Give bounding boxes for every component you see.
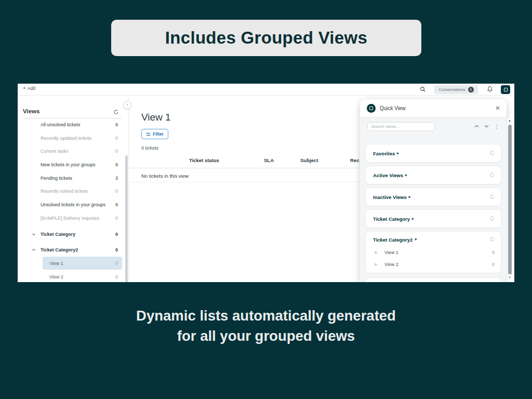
item-label: New tickets in your groups [41, 162, 96, 167]
sidebar-group-ticket-category2[interactable]: Ticket Category2 0 [18, 243, 129, 257]
column-header-subject[interactable]: Subject [300, 157, 318, 163]
item-count: 0 [115, 189, 118, 194]
sidebar-scrollbar-thumb[interactable] [125, 155, 128, 282]
subitem-count: 0 [115, 261, 118, 266]
section-inactive-views[interactable]: Inactive Views▸ [365, 188, 501, 206]
view-title: View 1 [141, 112, 171, 123]
column-header-ticket-status[interactable]: Ticket status [189, 157, 219, 163]
scrollbar-thumb[interactable] [508, 125, 512, 274]
ticket-count: 0 tickets [141, 145, 158, 151]
add-button-label: Add [28, 86, 35, 91]
sidebar-item-unsolved-groups[interactable]: Unsolved tickets in your groups9 [18, 198, 129, 211]
item-label: View 1 [384, 250, 398, 255]
sidebar-item-all-unsolved[interactable]: All unsolved tickets9 [18, 118, 129, 131]
item-count: 0 [115, 136, 118, 141]
app-screenshot: + Add Conversations 0 Views All unsolved… [18, 84, 514, 282]
partial-next-section-card [365, 277, 501, 282]
top-toolbar: + Add Conversations 0 [18, 84, 514, 96]
chevron-down-icon [32, 232, 36, 236]
notifications-bell-icon[interactable] [487, 86, 493, 92]
close-icon[interactable]: ✕ [495, 99, 500, 117]
sidebar-item-pending-tickets[interactable]: Pending tickets3 [18, 171, 129, 185]
quick-view-logo-icon [367, 104, 376, 113]
filter-sliders-icon [146, 132, 151, 137]
section-refresh-icon[interactable] [489, 194, 495, 200]
column-header-requested[interactable]: Rec [350, 157, 359, 163]
empty-view-message: No tickets in this view [141, 173, 189, 179]
section-refresh-icon[interactable] [489, 236, 495, 242]
sidebar-item-recently-updated[interactable]: Recently updated tickets0 [18, 131, 129, 145]
panel-scrollbar[interactable]: ▲ ▼ [507, 118, 513, 282]
quick-view-panel: Quick View ✕ ⋮ Favorites▸ Active Views▸ … [360, 99, 507, 282]
star-icon[interactable]: ★ [374, 262, 378, 267]
item-count: 9 [115, 162, 118, 167]
overflow-menu-kebab-icon[interactable]: ⋮ [494, 122, 499, 131]
item-count: 0 [115, 149, 118, 154]
quick-view-app-icon[interactable] [501, 85, 510, 94]
quick-view-item-view1[interactable]: ★ View 1 0 [366, 246, 501, 258]
views-panel-title: Views [23, 108, 39, 114]
star-icon[interactable]: ★ [374, 250, 378, 255]
subitem-label: View 1 [49, 261, 63, 266]
scroll-up-arrow-icon[interactable]: ▲ [508, 119, 511, 122]
subitem-count: 0 [115, 274, 118, 280]
banner-title: Includes Grouped Views [111, 20, 421, 56]
section-label: Ticket Category2 [373, 237, 413, 243]
logo-square-glyph [369, 107, 373, 110]
search-views-input[interactable] [367, 122, 435, 131]
group-count: 0 [115, 232, 118, 237]
scroll-down-arrow-icon[interactable]: ▼ [508, 276, 511, 279]
section-label: Favorites [373, 151, 395, 156]
sidebar-group-ticket-category[interactable]: Ticket Category 0 [18, 228, 129, 241]
section-label: Inactive Views [373, 194, 407, 200]
item-label: Recently updated tickets [41, 136, 91, 141]
section-refresh-icon[interactable] [489, 216, 495, 221]
item-count: 0 [492, 250, 495, 255]
sidebar-subitem-view1[interactable]: View 10 [18, 257, 129, 270]
subitem-label: View 2 [49, 274, 63, 280]
triangle-down-icon: ▾ [415, 237, 417, 242]
item-label: Pending tickets [41, 176, 72, 181]
column-header-sla[interactable]: SLA [264, 157, 274, 163]
search-icon[interactable] [420, 86, 426, 92]
views-refresh-icon[interactable] [113, 109, 119, 115]
conversations-count-badge: 0 [468, 87, 474, 92]
filter-button[interactable]: Filter [141, 129, 168, 139]
item-label: Unsolved tickets in your groups [41, 202, 105, 207]
section-label: Active Views [373, 172, 403, 178]
collapse-all-chevron-up-icon[interactable] [474, 125, 479, 128]
sidebar-item-new-tickets[interactable]: New tickets in your groups9 [18, 158, 129, 171]
caption-line-2: for all your grouped views [0, 326, 532, 346]
item-label: Recently solved tickets [41, 189, 88, 194]
conversations-label: Conversations [438, 87, 465, 92]
sidebar-item-recently-solved[interactable]: Recently solved tickets0 [18, 184, 129, 198]
quick-view-item-view2[interactable]: ★ View 2 0 [366, 258, 501, 270]
group-count: 0 [115, 247, 118, 252]
section-favorites[interactable]: Favorites▸ [365, 144, 501, 163]
item-label: Current tasks [41, 149, 69, 154]
conversations-button[interactable]: Conversations 0 [434, 85, 478, 94]
plus-icon: + [23, 86, 26, 91]
section-label: Ticket Category [373, 216, 410, 222]
sidebar-item-current-tasks[interactable]: Current tasks0 [18, 144, 129, 158]
sidebar-item-sample-delivery[interactable]: [SAMPLE] Delivery Inquiries0 [18, 211, 129, 225]
sidebar-subitem-view2[interactable]: View 20 [18, 270, 129, 282]
section-refresh-icon[interactable] [489, 172, 495, 178]
triangle-right-icon: ▸ [405, 173, 407, 177]
expand-all-chevron-down-icon[interactable] [484, 125, 489, 128]
item-count: 3 [115, 176, 118, 181]
caption-text: Dynamic lists automatically generated fo… [0, 305, 532, 346]
add-button[interactable]: + Add [23, 86, 35, 91]
group-label: Ticket Category [41, 232, 75, 237]
triangle-right-icon: ▸ [397, 151, 399, 155]
quick-view-title: Quick View [380, 99, 406, 117]
item-count: 9 [115, 202, 118, 207]
item-count: 9 [115, 122, 118, 127]
collapse-sidebar-button[interactable]: ‹ [123, 101, 131, 109]
section-ticket-category2[interactable]: Ticket Category2▾ ★ View 1 0 ★ View 2 0 [365, 231, 501, 273]
section-ticket-category[interactable]: Ticket Category▸ [365, 209, 501, 228]
triangle-right-icon: ▸ [412, 217, 414, 221]
item-count: 0 [492, 262, 495, 267]
section-active-views[interactable]: Active Views▸ [365, 166, 501, 184]
section-refresh-icon[interactable] [489, 150, 495, 156]
